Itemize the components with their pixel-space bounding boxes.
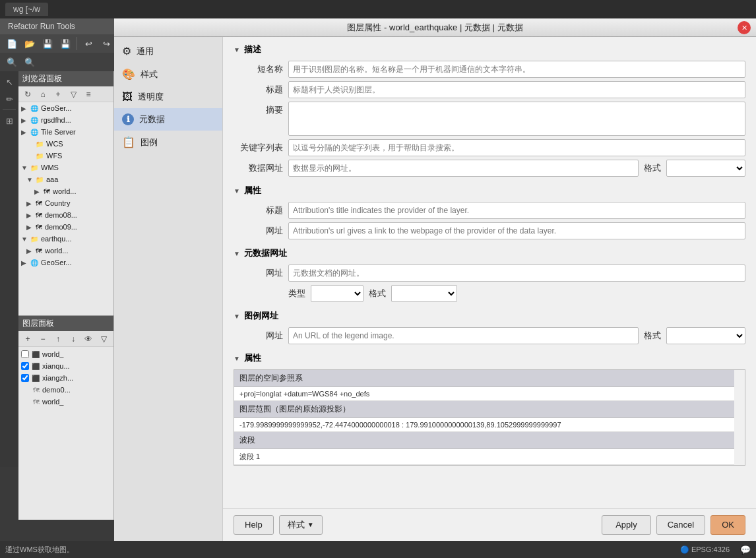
input-short-name[interactable] bbox=[288, 61, 745, 78]
footer-left: Help 样式 ▼ bbox=[234, 515, 323, 535]
layer-item-xianqu[interactable]: ⬛ xianqu... bbox=[18, 360, 113, 372]
label-format-2: 格式 bbox=[369, 288, 386, 299]
tree-item-earthquake[interactable]: ▼ 📁 earthqu... bbox=[18, 233, 113, 245]
browser-collapse[interactable]: ≡ bbox=[81, 87, 96, 102]
layer-checkbox-world[interactable] bbox=[21, 350, 29, 358]
tree-item-wcs[interactable]: 📁 WCS bbox=[18, 138, 113, 150]
tree-item-demo09[interactable]: ▶ 🗺 demo09... bbox=[18, 221, 113, 233]
section-header-props: ▼ 属性 bbox=[234, 352, 745, 364]
desc-arrow: ▼ bbox=[234, 46, 240, 53]
layer-item-demo0[interactable]: 🗺 demo0... bbox=[18, 384, 113, 396]
apply-button[interactable]: Apply bbox=[602, 515, 651, 535]
input-data-url[interactable] bbox=[288, 160, 639, 177]
tree-item-world2[interactable]: ▶ 🗺 world... bbox=[18, 245, 113, 257]
layer-toolbar: + − ↑ ↓ 👁 ▽ bbox=[18, 331, 113, 347]
style-icon: 🎨 bbox=[122, 68, 135, 80]
dialog-title: 图层属性 - world_earthquake | 元数据 | 元数据 bbox=[347, 22, 522, 34]
layer-item-world[interactable]: ⬛ world_ bbox=[18, 348, 113, 360]
desc-title: 描述 bbox=[244, 44, 261, 55]
browser-add[interactable]: + bbox=[51, 87, 65, 102]
select-format-3[interactable] bbox=[666, 327, 745, 344]
select-format-1[interactable] bbox=[666, 160, 745, 177]
tree-item-wfs[interactable]: 📁 WFS bbox=[18, 150, 113, 162]
input-title[interactable] bbox=[288, 81, 745, 98]
input-keywords[interactable] bbox=[288, 139, 745, 156]
label-format-3: 格式 bbox=[644, 330, 661, 342]
row-meta-url: 网址 bbox=[234, 264, 745, 282]
open-btn[interactable]: 📂 bbox=[22, 36, 38, 51]
pointer-tool[interactable]: ↖ bbox=[1, 74, 17, 90]
tree-item-wms[interactable]: ▼ 📁 WMS bbox=[18, 162, 113, 173]
menu-refactor[interactable]: Refactor Run Tools bbox=[4, 20, 79, 32]
redo-btn[interactable]: ↪ bbox=[98, 36, 114, 51]
input-meta-url[interactable] bbox=[288, 264, 745, 282]
layer-add-btn[interactable]: + bbox=[20, 332, 35, 346]
props-arrow: ▼ bbox=[234, 355, 240, 362]
tree-item-aaa[interactable]: ▼ 📁 aaa bbox=[18, 173, 113, 185]
zoom-in-btn[interactable]: 🔍 bbox=[4, 54, 20, 70]
style-button[interactable]: 样式 ▼ bbox=[279, 515, 323, 535]
layer-checkbox-xiangzh[interactable] bbox=[21, 374, 29, 382]
zoom-out-btn[interactable]: 🔍 bbox=[22, 54, 38, 70]
tree-item-world1[interactable]: ▶ 🗺 world... bbox=[18, 185, 113, 197]
layer-checkbox-xianqu[interactable] bbox=[21, 362, 29, 370]
label-attr-url: 网址 bbox=[234, 225, 283, 237]
message-icon[interactable]: 💬 bbox=[740, 545, 751, 555]
dialog-close-btn[interactable]: ✕ bbox=[738, 21, 751, 34]
browser-refresh[interactable]: ↻ bbox=[20, 87, 35, 102]
row-data-url: 数据网址 格式 bbox=[234, 160, 745, 177]
crs-display[interactable]: 🔵 EPSG:4326 bbox=[680, 545, 730, 554]
browser-home[interactable]: ⌂ bbox=[36, 87, 50, 102]
browser-filter[interactable]: ▽ bbox=[66, 87, 80, 102]
tree-item-geoserver2[interactable]: ▶ 🌐 GeoSer... bbox=[18, 257, 113, 268]
nav-general[interactable]: ⚙ 通用 bbox=[114, 40, 222, 63]
label-summary: 摘要 bbox=[234, 104, 283, 116]
nav-metadata[interactable]: ℹ 元数据 bbox=[114, 108, 222, 131]
layer-down-btn[interactable]: ↓ bbox=[66, 332, 80, 346]
footer-right: Apply Cancel OK bbox=[602, 515, 745, 535]
input-summary[interactable] bbox=[288, 102, 745, 136]
nav-legend[interactable]: 📋 图例 bbox=[114, 131, 222, 154]
select-type[interactable] bbox=[311, 285, 363, 302]
select-format-2[interactable] bbox=[391, 285, 457, 302]
input-legend-url[interactable] bbox=[288, 327, 639, 344]
label-meta-url: 网址 bbox=[234, 267, 283, 279]
properties-container: 图层的空间参照系 +proj=longlat +datum=WGS84 +no_… bbox=[234, 369, 745, 466]
tree-item-geoserver1[interactable]: ▶ 🌐 GeoSer... bbox=[18, 102, 113, 114]
tree-item-tileserver[interactable]: ▶ 🌐 Tile Server bbox=[18, 126, 113, 138]
layer-panel-title: 图层面板 bbox=[18, 316, 113, 331]
props-title: 属性 bbox=[244, 352, 261, 364]
dialog-scrollable[interactable]: ▼ 描述 短名称 标题 摘要 bbox=[223, 37, 756, 508]
edit-tool[interactable]: ✏ bbox=[1, 91, 17, 107]
save-as-btn[interactable]: 💾 bbox=[57, 36, 73, 51]
input-attr-url[interactable] bbox=[288, 222, 745, 239]
row-attr-title: 标题 bbox=[234, 202, 745, 219]
layer-item-xiangzh[interactable]: ⬛ xiangzh... bbox=[18, 372, 113, 384]
label-keywords: 关键字列表 bbox=[234, 142, 283, 154]
layer-up-btn[interactable]: ↑ bbox=[51, 332, 65, 346]
tree-item-rgsdfhd[interactable]: ▶ 🌐 rgsdfhd... bbox=[18, 114, 113, 126]
tree-item-demo08[interactable]: ▶ 🗺 demo08... bbox=[18, 209, 113, 221]
input-attr-title[interactable] bbox=[288, 202, 745, 219]
layer-item-world2[interactable]: 🗺 world_ bbox=[18, 396, 113, 408]
nav-transparency[interactable]: 🖼 透明度 bbox=[114, 86, 222, 108]
ok-button[interactable]: OK bbox=[710, 515, 745, 535]
layer-remove-btn[interactable]: − bbox=[36, 332, 50, 346]
layer-eye-btn[interactable]: 👁 bbox=[81, 332, 96, 346]
save-btn[interactable]: 💾 bbox=[40, 36, 55, 51]
app-tab[interactable]: wg [~/w bbox=[5, 3, 48, 16]
nav-style[interactable]: 🎨 样式 bbox=[114, 63, 222, 86]
browser-panel: 浏览器面板 ↻ ⌂ + ▽ ≡ ▶ 🌐 GeoSer... ▶ 🌐 rgsdfh… bbox=[18, 71, 114, 315]
meta-url-arrow: ▼ bbox=[234, 250, 240, 257]
help-button[interactable]: Help bbox=[234, 515, 274, 535]
section-header-description: ▼ 描述 bbox=[234, 44, 745, 55]
undo-btn[interactable]: ↩ bbox=[80, 36, 96, 51]
legend-url-title: 图例网址 bbox=[244, 310, 278, 322]
new-file-btn[interactable]: 📄 bbox=[4, 36, 20, 51]
label-type: 类型 bbox=[288, 288, 305, 299]
layer-filter-btn[interactable]: ▽ bbox=[96, 332, 111, 346]
layer-tool[interactable]: ⊞ bbox=[1, 113, 17, 129]
cancel-button[interactable]: Cancel bbox=[656, 515, 705, 535]
properties-scroll[interactable]: 图层的空间参照系 +proj=longlat +datum=WGS84 +no_… bbox=[234, 370, 745, 465]
tree-item-country[interactable]: ▶ 🗺 Country bbox=[18, 197, 113, 209]
